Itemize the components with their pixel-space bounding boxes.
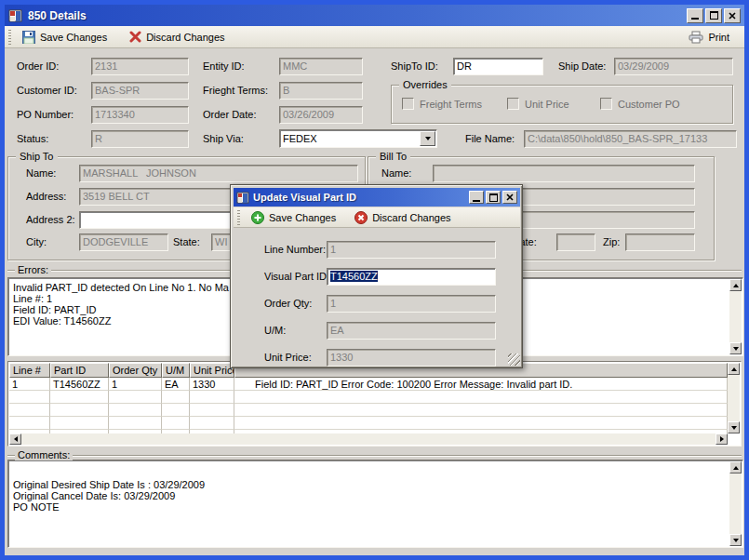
scroll-up-button[interactable] bbox=[729, 461, 742, 473]
selected-text: T14560ZZ bbox=[330, 271, 378, 282]
line-items-table: Line # Part ID Order Qty U/M Unit Price … bbox=[7, 361, 742, 447]
form-icon bbox=[8, 9, 22, 22]
column-header[interactable]: Line # bbox=[9, 363, 50, 378]
print-button[interactable]: Print bbox=[683, 29, 735, 46]
bill-to-zip-label: Zip: bbox=[603, 236, 620, 247]
cell-order-qty: 1 bbox=[109, 378, 162, 391]
scroll-up-button[interactable] bbox=[728, 363, 740, 375]
ship-to-caption: Ship To bbox=[16, 151, 58, 162]
scroll-left-button[interactable] bbox=[9, 433, 21, 445]
minimize-button[interactable] bbox=[687, 8, 703, 23]
ship-to-name-label: Name: bbox=[26, 167, 56, 179]
comment-line: PO NOTE bbox=[8, 501, 742, 513]
table-row[interactable]: 1 T14560ZZ 1 EA 1330 Field ID: PART_ID E… bbox=[9, 378, 728, 391]
ship-to-address2-label: Address 2: bbox=[26, 214, 75, 225]
line-number-label: Line Number: bbox=[264, 244, 326, 255]
scroll-up-button[interactable] bbox=[729, 279, 742, 291]
ship-to-city-label: City: bbox=[26, 236, 47, 247]
visual-part-id-input[interactable]: T14560ZZ bbox=[327, 268, 496, 286]
scroll-right-button[interactable] bbox=[716, 433, 728, 445]
red-x-circle-icon bbox=[354, 211, 368, 224]
comment-line: Original Desired Ship Date Is : 03/29/20… bbox=[8, 479, 742, 490]
arrow-up-icon bbox=[733, 466, 739, 470]
bill-to-name-field bbox=[433, 165, 695, 182]
bill-to-caption: Bill To bbox=[376, 151, 410, 162]
po-number-label: PO Number: bbox=[17, 109, 74, 120]
ship-via-combobox[interactable]: FEDEX bbox=[279, 129, 437, 148]
dialog-maximize-button[interactable] bbox=[486, 191, 501, 204]
errors-scrollbar[interactable] bbox=[729, 279, 742, 354]
override-unit-price-label: Unit Price bbox=[525, 99, 569, 110]
scroll-down-button[interactable] bbox=[728, 421, 740, 433]
close-button[interactable] bbox=[724, 8, 741, 23]
cell-part-id: T14560ZZ bbox=[50, 378, 109, 391]
save-changes-label: Save Changes bbox=[40, 32, 107, 43]
dialog-toolbar: Save Changes Discard Changes bbox=[234, 207, 520, 228]
arrow-down-icon bbox=[733, 347, 739, 351]
dialog-discard-changes-button[interactable]: Discard Changes bbox=[349, 209, 456, 226]
ship-date-label: Ship Date: bbox=[558, 60, 606, 72]
column-header[interactable]: Part ID bbox=[50, 363, 109, 378]
errors-caption: Errors: bbox=[15, 264, 51, 275]
main-toolbar: Save Changes Discard Changes Print bbox=[5, 26, 744, 48]
freight-terms-label: Frieght Terms: bbox=[203, 85, 268, 96]
entity-id-label: Entity ID: bbox=[203, 60, 245, 72]
ship-via-dropdown-button[interactable] bbox=[420, 131, 435, 146]
print-label: Print bbox=[708, 32, 729, 43]
table-row bbox=[9, 391, 728, 404]
po-number-field: 1713340 bbox=[91, 106, 189, 124]
column-header[interactable]: U/M bbox=[162, 363, 190, 378]
discard-changes-button[interactable]: Discard Changes bbox=[124, 29, 230, 45]
ship-to-name-field: MARSHALL JOHNSON bbox=[79, 165, 358, 182]
order-id-label: Order ID: bbox=[17, 60, 59, 72]
column-header[interactable]: Order Qty bbox=[109, 363, 162, 378]
dialog-minimize-button[interactable] bbox=[469, 191, 484, 204]
ship-to-address-label: Address: bbox=[26, 191, 66, 202]
table-row bbox=[9, 417, 728, 430]
bill-to-zip-field bbox=[625, 233, 695, 251]
window-client-area: Save Changes Discard Changes Print Order… bbox=[5, 26, 744, 555]
comments-scrollbar[interactable] bbox=[729, 461, 742, 546]
app-window: 850 Details Save Changes Discard bbox=[0, 0, 749, 560]
line-number-field: 1 bbox=[327, 241, 496, 259]
resize-grip[interactable] bbox=[508, 353, 520, 366]
order-id-field: 2131 bbox=[91, 58, 189, 75]
order-date-field: 03/26/2009 bbox=[279, 106, 363, 124]
scroll-down-button[interactable] bbox=[729, 342, 742, 354]
ship-date-field: 03/29/2009 bbox=[614, 58, 733, 75]
ship-to-city-field: DODGEVILLE bbox=[79, 233, 168, 251]
um-field: EA bbox=[327, 322, 496, 340]
maximize-button[interactable] bbox=[705, 8, 722, 23]
ship-via-value: FEDEX bbox=[283, 133, 317, 144]
status-field: R bbox=[91, 130, 189, 148]
bill-to-state-field bbox=[556, 233, 595, 251]
printer-icon bbox=[689, 31, 703, 44]
freight-terms-field: B bbox=[279, 82, 363, 100]
update-visual-part-id-dialog: Update Visual Part ID Save Changes bbox=[230, 184, 523, 368]
column-header[interactable]: Unit Price bbox=[190, 363, 234, 378]
window-controls bbox=[687, 8, 741, 23]
cell-line-number: 1 bbox=[9, 378, 50, 391]
bill-to-name-label: Name: bbox=[381, 167, 411, 179]
window-title: 850 Details bbox=[28, 9, 87, 22]
close-icon bbox=[729, 12, 736, 20]
red-x-icon bbox=[129, 31, 141, 43]
shipto-id-input[interactable]: DR bbox=[453, 58, 543, 75]
arrow-down-icon bbox=[733, 539, 739, 542]
entity-id-field: MMC bbox=[279, 58, 363, 75]
cell-unit-price: 1330 bbox=[190, 378, 234, 391]
save-changes-button[interactable]: Save Changes bbox=[17, 29, 113, 46]
scroll-down-button[interactable] bbox=[729, 534, 742, 546]
dialog-save-changes-button[interactable]: Save Changes bbox=[246, 209, 341, 226]
comment-line: Original Cancel Date Is: 03/29/2009 bbox=[8, 490, 742, 501]
dialog-close-button[interactable] bbox=[502, 191, 517, 204]
table-vertical-scrollbar[interactable] bbox=[728, 363, 740, 433]
cell-um: EA bbox=[162, 378, 190, 391]
override-customer-po-label: Customer PO bbox=[618, 99, 680, 110]
comments-textarea[interactable]: Original Desired Ship Date Is : 03/29/20… bbox=[7, 460, 743, 548]
form-icon bbox=[236, 192, 249, 204]
table-horizontal-scrollbar[interactable] bbox=[9, 433, 728, 445]
override-customer-po-checkbox bbox=[600, 98, 612, 110]
status-label: Status: bbox=[17, 133, 48, 144]
arrow-down-icon bbox=[731, 426, 737, 430]
